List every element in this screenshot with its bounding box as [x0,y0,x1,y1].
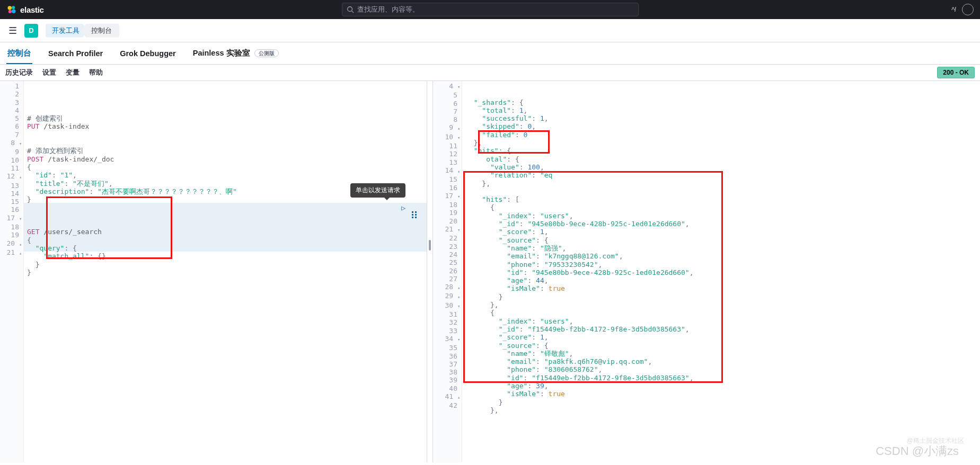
request-gutter: 12345678 ▾9101112 ▴1314151617 ▾181920 ▴2… [0,81,24,462]
svg-rect-10 [412,217,413,218]
tab-grok-debugger[interactable]: Grok Debugger [119,44,177,63]
response-status-badge: 200 - OK [937,67,975,78]
svg-rect-11 [415,217,417,218]
response-gutter: 4 ▾56789 ▴10 ▾11121314 ▴151617 ▾18192021… [433,81,462,462]
global-header: elastic 查找应用、内容等。 ^/ [0,0,980,19]
svg-point-4 [347,7,352,12]
editor-split-area: 12345678 ▾9101112 ▴1314151617 ▾181920 ▴2… [0,81,980,462]
elastic-logo-icon [6,4,17,15]
breadcrumb-devtools[interactable]: 开发工具 [46,24,87,38]
svg-point-1 [12,6,15,9]
send-request-tooltip: 单击以发送请求 [350,183,405,198]
space-badge[interactable]: D [24,24,38,38]
svg-point-0 [8,6,12,10]
breadcrumb-console: 控制台 [82,24,119,38]
beta-badge: 公测版 [254,49,279,57]
elastic-logo[interactable]: elastic [6,4,44,15]
svg-point-3 [12,9,16,13]
app-nav-bar: ☰ D 开发工具 控制台 [0,19,980,42]
toolbar-history[interactable]: 历史记录 [5,68,33,77]
toolbar-settings[interactable]: 设置 [42,68,56,77]
tab-console[interactable]: 控制台 [6,43,32,64]
tab-search-profiler[interactable]: Search Profiler [47,44,104,63]
nav-toggle-button[interactable]: ☰ [8,25,17,37]
watermark-csdn: CSDN @小满zs [876,443,959,459]
request-editor[interactable]: # 创建索引PUT /task-index # 添加文档到索引POST /tas… [24,81,427,462]
tab-painless-lab[interactable]: Painless 实验室 公测版 [192,43,280,64]
svg-rect-7 [415,211,417,213]
request-editor-pane[interactable]: 12345678 ▾9101112 ▴1314151617 ▾181920 ▴2… [0,81,427,462]
global-search[interactable]: 查找应用、内容等。 [342,3,639,16]
svg-point-2 [8,10,12,13]
console-toolbar: 历史记录 设置 变量 帮助 200 - OK [0,65,980,81]
watermark-juejin: @稀土掘金技术社区 [907,436,964,445]
request-options-button[interactable] [383,203,417,229]
svg-rect-6 [412,211,413,213]
search-placeholder: 查找应用、内容等。 [357,5,419,14]
response-viewer[interactable]: "_shards": { "total": 1, "successful": 1… [462,81,980,462]
search-icon [347,6,354,13]
svg-rect-8 [412,214,413,216]
pane-splitter[interactable] [427,81,433,462]
keyboard-shortcut-hint: ^/ [951,6,956,13]
response-pane[interactable]: 4 ▾56789 ▴10 ▾11121314 ▴151617 ▾18192021… [433,81,980,462]
help-icon[interactable] [962,4,974,15]
toolbar-variables[interactable]: 变量 [66,68,80,77]
devtools-tabs: 控制台 Search Profiler Grok Debugger Painle… [0,42,980,65]
elastic-logo-text: elastic [20,5,44,14]
svg-line-5 [351,11,354,13]
tab-painless-label: Painless 实验室 [193,49,250,57]
toolbar-help[interactable]: 帮助 [89,68,103,77]
svg-rect-9 [415,214,417,216]
